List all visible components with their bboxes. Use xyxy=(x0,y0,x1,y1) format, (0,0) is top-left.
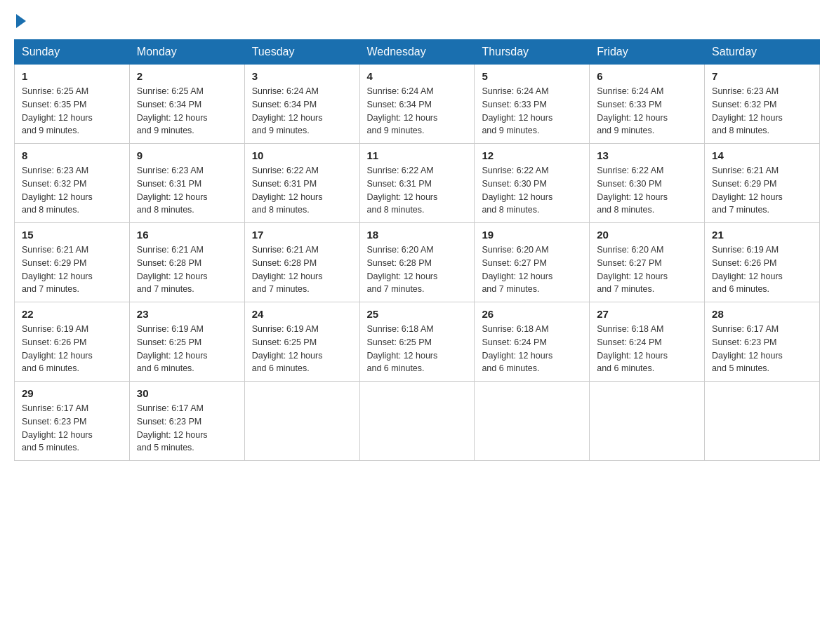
calendar-cell: 29Sunrise: 6:17 AMSunset: 6:23 PMDayligh… xyxy=(15,382,130,461)
day-info: Sunrise: 6:23 AMSunset: 6:31 PMDaylight:… xyxy=(137,164,237,217)
calendar-week-1: 1Sunrise: 6:25 AMSunset: 6:35 PMDaylight… xyxy=(15,65,820,144)
calendar-cell xyxy=(475,382,590,461)
day-number: 28 xyxy=(712,308,812,320)
day-info: Sunrise: 6:24 AMSunset: 6:33 PMDaylight:… xyxy=(597,85,697,137)
day-info: Sunrise: 6:20 AMSunset: 6:28 PMDaylight:… xyxy=(367,243,468,296)
day-number: 15 xyxy=(22,229,122,241)
day-info: Sunrise: 6:21 AMSunset: 6:28 PMDaylight:… xyxy=(252,243,352,296)
calendar-week-3: 15Sunrise: 6:21 AMSunset: 6:29 PMDayligh… xyxy=(15,223,820,302)
calendar-cell: 20Sunrise: 6:20 AMSunset: 6:27 PMDayligh… xyxy=(590,223,705,302)
day-number: 9 xyxy=(137,149,237,161)
day-info: Sunrise: 6:17 AMSunset: 6:23 PMDaylight:… xyxy=(712,323,812,375)
calendar-cell: 3Sunrise: 6:24 AMSunset: 6:34 PMDaylight… xyxy=(244,65,359,144)
col-header-thursday: Thursday xyxy=(475,40,590,65)
calendar-cell: 22Sunrise: 6:19 AMSunset: 6:26 PMDayligh… xyxy=(15,302,130,382)
calendar-cell xyxy=(705,382,820,461)
day-info: Sunrise: 6:18 AMSunset: 6:24 PMDaylight:… xyxy=(597,323,697,375)
day-info: Sunrise: 6:20 AMSunset: 6:27 PMDaylight:… xyxy=(597,243,697,296)
calendar-cell: 12Sunrise: 6:22 AMSunset: 6:30 PMDayligh… xyxy=(475,144,590,223)
calendar-cell: 6Sunrise: 6:24 AMSunset: 6:33 PMDaylight… xyxy=(590,65,705,144)
day-number: 17 xyxy=(252,229,352,241)
calendar-cell: 18Sunrise: 6:20 AMSunset: 6:28 PMDayligh… xyxy=(359,223,475,302)
day-number: 16 xyxy=(137,229,237,241)
calendar-cell: 27Sunrise: 6:18 AMSunset: 6:24 PMDayligh… xyxy=(590,302,705,382)
col-header-friday: Friday xyxy=(590,40,705,65)
day-info: Sunrise: 6:18 AMSunset: 6:25 PMDaylight:… xyxy=(367,323,468,375)
day-number: 21 xyxy=(712,229,812,241)
calendar-cell: 24Sunrise: 6:19 AMSunset: 6:25 PMDayligh… xyxy=(244,302,359,382)
calendar-cell: 13Sunrise: 6:22 AMSunset: 6:30 PMDayligh… xyxy=(590,144,705,223)
calendar-cell: 4Sunrise: 6:24 AMSunset: 6:34 PMDaylight… xyxy=(359,65,475,144)
day-number: 19 xyxy=(482,229,582,241)
day-number: 24 xyxy=(252,308,352,320)
col-header-monday: Monday xyxy=(129,40,244,65)
calendar-cell xyxy=(359,382,475,461)
day-info: Sunrise: 6:24 AMSunset: 6:34 PMDaylight:… xyxy=(367,85,468,137)
day-number: 18 xyxy=(367,229,468,241)
day-info: Sunrise: 6:22 AMSunset: 6:31 PMDaylight:… xyxy=(367,164,468,217)
logo-line1 xyxy=(14,14,26,28)
day-info: Sunrise: 6:25 AMSunset: 6:34 PMDaylight:… xyxy=(137,85,237,137)
day-info: Sunrise: 6:23 AMSunset: 6:32 PMDaylight:… xyxy=(712,85,812,137)
day-info: Sunrise: 6:22 AMSunset: 6:30 PMDaylight:… xyxy=(597,164,697,217)
day-info: Sunrise: 6:19 AMSunset: 6:25 PMDaylight:… xyxy=(137,323,237,375)
calendar-cell: 26Sunrise: 6:18 AMSunset: 6:24 PMDayligh… xyxy=(475,302,590,382)
calendar-week-5: 29Sunrise: 6:17 AMSunset: 6:23 PMDayligh… xyxy=(15,382,820,461)
day-number: 11 xyxy=(367,149,468,161)
day-info: Sunrise: 6:17 AMSunset: 6:23 PMDaylight:… xyxy=(137,402,237,455)
calendar-header-row: SundayMondayTuesdayWednesdayThursdayFrid… xyxy=(15,40,820,65)
calendar-cell xyxy=(244,382,359,461)
calendar-cell: 8Sunrise: 6:23 AMSunset: 6:32 PMDaylight… xyxy=(15,144,130,223)
day-number: 20 xyxy=(597,229,697,241)
calendar-cell: 14Sunrise: 6:21 AMSunset: 6:29 PMDayligh… xyxy=(705,144,820,223)
day-number: 1 xyxy=(22,70,122,82)
calendar-cell: 5Sunrise: 6:24 AMSunset: 6:33 PMDaylight… xyxy=(475,65,590,144)
calendar-cell: 1Sunrise: 6:25 AMSunset: 6:35 PMDaylight… xyxy=(15,65,130,144)
day-info: Sunrise: 6:24 AMSunset: 6:34 PMDaylight:… xyxy=(252,85,352,137)
day-number: 13 xyxy=(597,149,697,161)
calendar-week-4: 22Sunrise: 6:19 AMSunset: 6:26 PMDayligh… xyxy=(15,302,820,382)
calendar-cell: 11Sunrise: 6:22 AMSunset: 6:31 PMDayligh… xyxy=(359,144,475,223)
day-number: 2 xyxy=(137,70,237,82)
day-info: Sunrise: 6:23 AMSunset: 6:32 PMDaylight:… xyxy=(22,164,122,217)
day-info: Sunrise: 6:18 AMSunset: 6:24 PMDaylight:… xyxy=(482,323,582,375)
col-header-wednesday: Wednesday xyxy=(359,40,475,65)
day-info: Sunrise: 6:21 AMSunset: 6:29 PMDaylight:… xyxy=(22,243,122,296)
day-info: Sunrise: 6:19 AMSunset: 6:26 PMDaylight:… xyxy=(22,323,122,375)
col-header-sunday: Sunday xyxy=(15,40,130,65)
calendar-cell: 30Sunrise: 6:17 AMSunset: 6:23 PMDayligh… xyxy=(129,382,244,461)
calendar-cell: 23Sunrise: 6:19 AMSunset: 6:25 PMDayligh… xyxy=(129,302,244,382)
logo-flag-icon xyxy=(16,14,26,28)
day-number: 7 xyxy=(712,70,812,82)
day-number: 6 xyxy=(597,70,697,82)
day-info: Sunrise: 6:19 AMSunset: 6:25 PMDaylight:… xyxy=(252,323,352,375)
calendar-cell: 10Sunrise: 6:22 AMSunset: 6:31 PMDayligh… xyxy=(244,144,359,223)
calendar-cell: 16Sunrise: 6:21 AMSunset: 6:28 PMDayligh… xyxy=(129,223,244,302)
logo xyxy=(14,14,26,25)
day-number: 8 xyxy=(22,149,122,161)
day-number: 22 xyxy=(22,308,122,320)
day-info: Sunrise: 6:20 AMSunset: 6:27 PMDaylight:… xyxy=(482,243,582,296)
calendar-table: SundayMondayTuesdayWednesdayThursdayFrid… xyxy=(14,39,820,461)
day-number: 30 xyxy=(137,387,237,399)
day-number: 27 xyxy=(597,308,697,320)
day-info: Sunrise: 6:21 AMSunset: 6:28 PMDaylight:… xyxy=(137,243,237,296)
day-number: 26 xyxy=(482,308,582,320)
day-number: 4 xyxy=(367,70,468,82)
day-info: Sunrise: 6:21 AMSunset: 6:29 PMDaylight:… xyxy=(712,164,812,217)
day-number: 25 xyxy=(367,308,468,320)
day-info: Sunrise: 6:22 AMSunset: 6:30 PMDaylight:… xyxy=(482,164,582,217)
calendar-cell: 2Sunrise: 6:25 AMSunset: 6:34 PMDaylight… xyxy=(129,65,244,144)
page-header xyxy=(14,14,820,25)
calendar-cell: 7Sunrise: 6:23 AMSunset: 6:32 PMDaylight… xyxy=(705,65,820,144)
calendar-cell: 21Sunrise: 6:19 AMSunset: 6:26 PMDayligh… xyxy=(705,223,820,302)
day-number: 3 xyxy=(252,70,352,82)
day-info: Sunrise: 6:25 AMSunset: 6:35 PMDaylight:… xyxy=(22,85,122,137)
day-info: Sunrise: 6:17 AMSunset: 6:23 PMDaylight:… xyxy=(22,402,122,455)
day-number: 29 xyxy=(22,387,122,399)
calendar-cell: 17Sunrise: 6:21 AMSunset: 6:28 PMDayligh… xyxy=(244,223,359,302)
calendar-cell: 15Sunrise: 6:21 AMSunset: 6:29 PMDayligh… xyxy=(15,223,130,302)
day-info: Sunrise: 6:22 AMSunset: 6:31 PMDaylight:… xyxy=(252,164,352,217)
col-header-saturday: Saturday xyxy=(705,40,820,65)
calendar-cell xyxy=(590,382,705,461)
